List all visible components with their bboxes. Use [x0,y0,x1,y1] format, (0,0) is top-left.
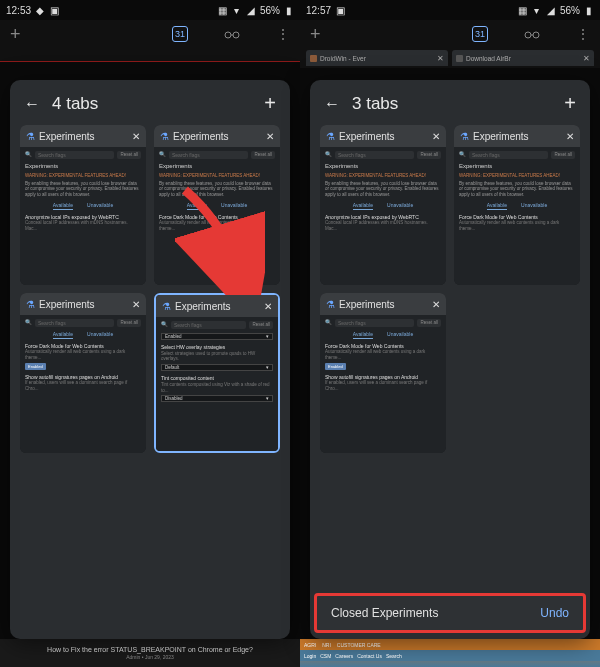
flask-icon: ⚗ [26,299,35,310]
battery-icon: ▮ [284,5,294,15]
add-tab-icon[interactable]: + [264,92,276,115]
svg-point-1 [233,32,239,38]
tab-count-badge[interactable]: 31 [472,26,488,42]
battery-pct: 56% [560,5,580,16]
svg-point-3 [533,32,539,38]
signal-icon: ◢ [546,5,556,15]
background-tabs: DroidWin - Ever ✕ Download AirBr ✕ [300,48,600,68]
svg-point-2 [525,32,531,38]
tab-card[interactable]: ⚗ Experiments ✕ 🔍Search flagsReset all E… [320,125,446,285]
overlay-title: 3 tabs [352,94,552,114]
close-icon[interactable]: ✕ [132,131,140,142]
tab-switcher-overlay: ← 4 tabs + ⚗ Experiments ✕ 🔍Search flags… [10,80,290,639]
phone-left: 12:53 ◆ ▣ ▦ ▾ ◢ 56% ▮ + 31 ⋮ How to Fix … [0,0,300,667]
favicon-icon [310,55,317,62]
chrome-toolbar: + 31 ⋮ [0,20,300,48]
tab-thumbnail: 🔍Search flagsReset all Experiments WARNI… [154,147,280,285]
flask-icon: ⚗ [326,131,335,142]
background-edge [0,48,300,62]
new-tab-icon[interactable]: + [10,24,21,45]
tab-switcher-overlay: ← 3 tabs + ⚗ Experiments ✕ 🔍Search flags… [310,80,590,639]
status-bar: 12:57 ▣ ▦ ▾ ◢ 56% ▮ [300,0,600,20]
close-icon[interactable]: ✕ [566,131,574,142]
menu-icon[interactable]: ⋮ [576,26,590,42]
screenshot-icon: ▣ [335,5,345,15]
status-time: 12:53 [6,5,31,16]
snackbar-message: Closed Experiments [331,606,540,620]
flask-icon: ⚗ [326,299,335,310]
tab-thumbnail: 🔍Search flagsReset all Experiments WARNI… [20,147,146,285]
tab-thumbnail: 🔍Search flagsReset all Experiments WARNI… [320,147,446,285]
tab-count-badge[interactable]: 31 [172,26,188,42]
mini-tab[interactable]: DroidWin - Ever ✕ [306,50,448,66]
flask-icon: ⚗ [26,131,35,142]
close-icon[interactable]: ✕ [432,299,440,310]
close-icon[interactable]: ✕ [264,301,272,312]
svg-point-0 [225,32,231,38]
close-icon[interactable]: ✕ [583,54,590,63]
close-icon[interactable]: ✕ [432,131,440,142]
tab-thumbnail: 🔍Search flagsReset all AvailableUnavaila… [20,315,146,453]
undo-snackbar: Closed Experiments Undo [314,593,586,633]
status-bar: 12:53 ◆ ▣ ▦ ▾ ◢ 56% ▮ [0,0,300,20]
tab-card[interactable]: ⚗ Experiments ✕ 🔍Search flagsReset all A… [320,293,446,453]
close-icon[interactable]: ✕ [132,299,140,310]
app-icon: ◆ [35,5,45,15]
favicon-icon [456,55,463,62]
vibrate-icon: ▦ [518,5,528,15]
tab-card-selected[interactable]: ⚗ Experiments ✕ 🔍Search flagsReset all E… [154,293,280,453]
tab-thumbnail: 🔍Search flagsReset all Experiments WARNI… [454,147,580,285]
signal-icon: ◢ [246,5,256,15]
menu-icon[interactable]: ⋮ [276,26,290,42]
close-icon[interactable]: ✕ [266,131,274,142]
tab-thumbnail: 🔍Search flagsReset all AvailableUnavaila… [320,315,446,453]
mini-tab[interactable]: Download AirBr ✕ [452,50,594,66]
screenshot-icon: ▣ [49,5,59,15]
vibrate-icon: ▦ [218,5,228,15]
back-arrow-icon[interactable]: ← [324,95,340,113]
flask-icon: ⚗ [460,131,469,142]
add-tab-icon[interactable]: + [564,92,576,115]
incognito-icon[interactable] [224,25,240,43]
wifi-icon: ▾ [532,5,542,15]
tab-card[interactable]: ⚗ Experiments ✕ 🔍Search flagsReset all E… [154,125,280,285]
background-article: How to Fix the error STATUS_BREAKPOINT o… [0,639,300,667]
phone-right: 12:57 ▣ ▦ ▾ ◢ 56% ▮ + 31 ⋮ DroidWin - Ev… [300,0,600,667]
incognito-icon[interactable] [524,25,540,43]
back-arrow-icon[interactable]: ← [24,95,40,113]
tab-thumbnail: 🔍Search flagsReset all Enabled▾ Select H… [156,317,278,451]
undo-button[interactable]: Undo [540,606,569,620]
new-tab-icon[interactable]: + [310,24,321,45]
close-icon[interactable]: ✕ [437,54,444,63]
flask-icon: ⚗ [162,301,171,312]
background-page: AGRI NRI CUSTOMER CARE Login CSM Careers… [300,639,600,667]
tab-card[interactable]: ⚗ Experiments ✕ 🔍Search flagsReset all A… [20,293,146,453]
chrome-toolbar: + 31 ⋮ [300,20,600,48]
battery-pct: 56% [260,5,280,16]
tab-card[interactable]: ⚗ Experiments ✕ 🔍Search flagsReset all E… [454,125,580,285]
flask-icon: ⚗ [160,131,169,142]
battery-icon: ▮ [584,5,594,15]
tab-card[interactable]: ⚗ Experiments ✕ 🔍Search flagsReset all E… [20,125,146,285]
wifi-icon: ▾ [232,5,242,15]
status-time: 12:57 [306,5,331,16]
overlay-title: 4 tabs [52,94,252,114]
